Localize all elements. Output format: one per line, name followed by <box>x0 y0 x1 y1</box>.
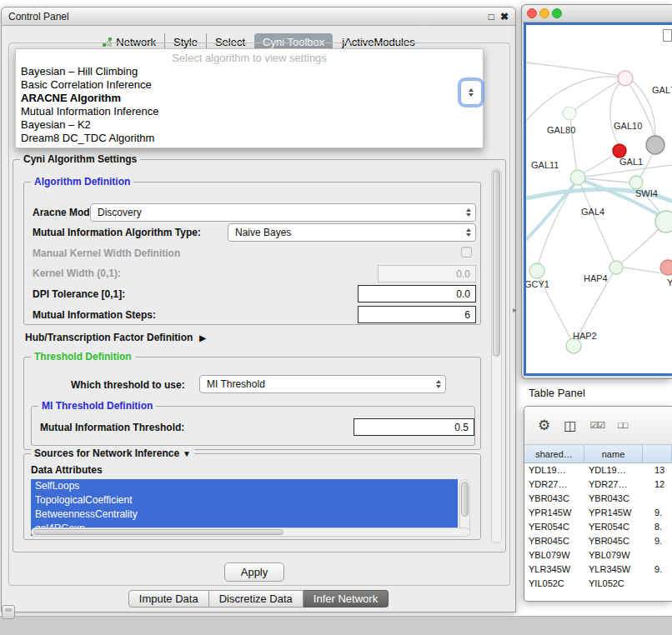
table-row[interactable]: YER054C YER054C 8. <box>524 520 672 534</box>
list-item[interactable]: SelfLoops <box>31 479 458 493</box>
aracne-mode-select[interactable]: Discovery <box>90 203 476 222</box>
network-node[interactable] <box>618 71 633 86</box>
network-node[interactable] <box>629 176 643 189</box>
node-label: GAL1 <box>619 157 643 167</box>
select-all-icon[interactable]: ☑☑ <box>589 421 604 430</box>
cell: 12 <box>643 478 672 492</box>
network-node[interactable] <box>655 211 672 232</box>
cell: YIL052C <box>524 577 584 591</box>
scrollbar-thumb[interactable] <box>461 482 469 517</box>
gear-icon[interactable]: ⚙ <box>538 418 550 432</box>
list-item[interactable]: BetweennessCentrality <box>31 508 458 522</box>
cell: YDL19… <box>584 463 643 478</box>
zoom-traffic-light[interactable] <box>552 8 562 18</box>
table-panel-title: Table Panel <box>529 387 585 399</box>
tab-impute-data[interactable]: Impute Data <box>128 590 209 608</box>
sources-title-text: Sources for Network Inference <box>34 448 179 459</box>
birdseye-toggle[interactable] <box>663 29 672 42</box>
table-row[interactable]: YBR045C YBR045C 9. <box>524 534 672 548</box>
table-row[interactable]: YLR345W YLR345W 9. <box>524 562 672 577</box>
cell: YPR145W <box>524 506 584 520</box>
apply-button[interactable]: Apply <box>224 562 284 582</box>
dropdown-option[interactable]: Dream8 DC_TDC Algorithm <box>16 132 483 145</box>
network-node-pink[interactable] <box>660 260 672 275</box>
group-title-text: Cyni Algorithm Settings <box>23 153 137 165</box>
cell <box>643 492 672 506</box>
column-header[interactable]: name <box>584 445 643 462</box>
network-node-selected-red[interactable] <box>613 144 626 158</box>
node-label: GAL10 <box>614 121 642 131</box>
network-node[interactable] <box>570 170 585 185</box>
network-view-window: GAL80 GAL10 GAL7 GAL11 GAL1 SWI4 GAL4 GC… <box>521 4 672 379</box>
cell: YLR345W <box>524 562 584 577</box>
close-traffic-light[interactable] <box>527 8 537 18</box>
window-controls: □ ✖ <box>489 12 509 22</box>
network-edges <box>526 62 672 341</box>
cell: YBL079W <box>584 548 643 562</box>
group-title: MI Threshold Definition <box>38 400 156 412</box>
table-row[interactable]: YBL079W YBL079W <box>524 548 672 562</box>
dropdown-option[interactable]: Mutual Information Inference <box>16 105 483 118</box>
hub-definition-expander[interactable]: Hub/Transcription Factor Definition ▶ <box>25 332 206 343</box>
dpi-tolerance-field[interactable]: 0.0 <box>358 285 476 302</box>
tab-infer-network[interactable]: Infer Network <box>303 590 389 608</box>
table-toolbar: ⚙ ◫ ☑☑ □□ <box>524 407 672 445</box>
table-panel-window: ⚙ ◫ ☑☑ □□ shared… name YDL19… YDL19… 13 … <box>524 406 672 602</box>
network-node-gray[interactable] <box>646 136 664 154</box>
which-threshold-select[interactable]: MI Threshold <box>199 375 446 393</box>
mi-type-label: Mutual Information Algorithm Type: <box>33 227 201 238</box>
node-label: SWI4 <box>635 188 658 198</box>
dropdown-option[interactable]: Bayesian – Hill Climbing <box>16 65 483 78</box>
network-view-frame: GAL80 GAL10 GAL7 GAL11 GAL1 SWI4 GAL4 GC… <box>524 22 672 376</box>
panel-dock-icon[interactable] <box>2 605 15 619</box>
cell: YER054C <box>584 520 643 534</box>
group-title: Threshold Definition <box>31 351 135 362</box>
network-window-titlebar[interactable] <box>522 5 672 22</box>
table-row[interactable]: YIL052C YIL052C <box>524 577 672 591</box>
column-header[interactable]: shared… <box>524 445 584 462</box>
dropdown-option-selected[interactable]: ARACNE Algorithm <box>16 92 483 105</box>
status-strip <box>0 616 672 635</box>
scrollbar-thumb[interactable] <box>33 529 283 535</box>
node-label: HAP2 <box>573 331 597 341</box>
network-canvas[interactable]: GAL80 GAL10 GAL7 GAL11 GAL1 SWI4 GAL4 GC… <box>526 25 672 373</box>
kernel-width-field[interactable]: 0.0 <box>378 265 476 282</box>
column-header[interactable] <box>643 445 672 462</box>
panel-splitter-handle[interactable]: ▸ <box>513 305 517 314</box>
collapse-down-icon: ▼ <box>183 449 191 458</box>
control-panel-titlebar[interactable]: Control Panel □ ✖ <box>2 8 515 26</box>
table-row[interactable]: YPR145W YPR145W 9. <box>524 506 672 520</box>
close-icon[interactable]: ✖ <box>500 12 509 22</box>
mi-steps-field[interactable]: 6 <box>358 306 476 323</box>
network-node[interactable] <box>563 107 576 120</box>
deselect-all-icon[interactable]: □□ <box>618 421 627 430</box>
mi-type-select[interactable]: Naive Bayes <box>228 223 476 242</box>
table-row[interactable]: YDR27… YDR27… 12 <box>524 478 672 492</box>
column-selector-icon[interactable]: ◫ <box>564 419 576 432</box>
sources-collapser[interactable]: Sources for Network Inference ▼ <box>31 448 194 459</box>
table-row[interactable]: YBR043C YBR043C <box>524 492 672 506</box>
tab-discretize-data[interactable]: Discretize Data <box>209 590 303 608</box>
cell: YDR27… <box>524 478 584 492</box>
dropdown-option[interactable]: Bayesian – K2 <box>16 118 483 132</box>
cell: YPR145W <box>584 506 643 520</box>
algorithm-combo-stepper[interactable] <box>460 80 482 105</box>
float-window-icon[interactable]: □ <box>489 12 494 22</box>
table-row[interactable]: YDL19… YDL19… 13 <box>524 463 672 478</box>
mi-threshold-field[interactable]: 0.5 <box>354 418 474 436</box>
scrollbar-thumb[interactable] <box>493 170 500 357</box>
settings-vertical-scrollbar[interactable] <box>491 168 502 543</box>
aracne-mode-label: Aracne Mode: <box>33 207 98 218</box>
minimize-traffic-light[interactable] <box>539 8 549 18</box>
network-node[interactable] <box>609 261 623 274</box>
cell: 9. <box>643 506 672 520</box>
list-item[interactable]: TopologicalCoefficient <box>31 493 458 508</box>
manual-kernel-checkbox[interactable] <box>461 247 472 258</box>
group-title: Cyni Algorithm Settings <box>20 153 140 165</box>
mi-threshold-label: Mutual Information Threshold: <box>40 422 184 433</box>
dropdown-option[interactable]: Basic Correlation Inference <box>16 78 483 92</box>
cell <box>643 577 672 591</box>
network-node[interactable] <box>529 263 544 278</box>
sources-group: Sources for Network Inference ▼ Data Att… <box>23 453 481 540</box>
list-horizontal-scrollbar[interactable] <box>31 528 470 537</box>
